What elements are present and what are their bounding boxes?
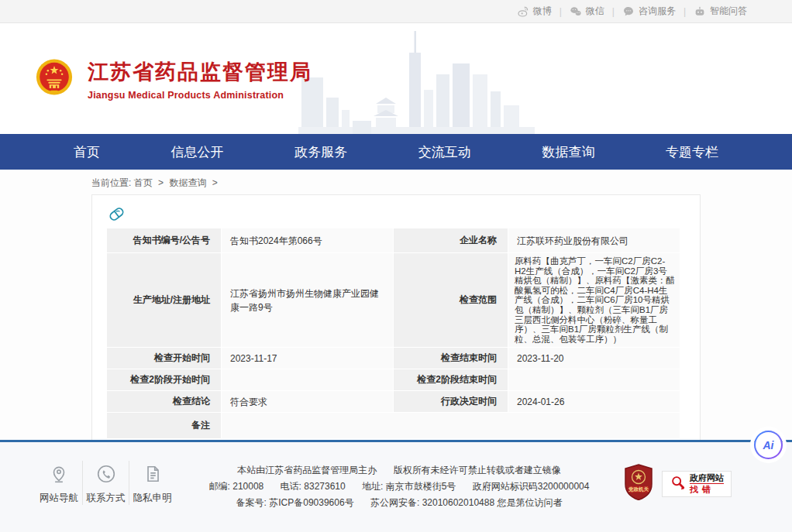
site-header: 江苏省药品监督管理局 Jiangsu Medical Products Admi… [0,23,792,134]
field-label-notice-number: 告知书编号/公告号 [107,228,222,253]
breadcrumb: 当前位置: 首页 > 数据查询 > [0,170,792,194]
city-skyline-watermark [298,29,535,134]
footer-copyright-text: 版权所有未经许可禁止转载或者建立镜像 [394,465,561,475]
separator: | [560,6,562,17]
footer-line-3: 备案号: 苏ICP备09039606号 苏公网安备: 3201060201048… [175,495,623,511]
party-government-badge[interactable]: 党政机关 [623,464,654,503]
nav-item-data-query[interactable]: 数据查询 [542,143,594,161]
field-value-phase2-start [222,369,394,391]
topbar-item-label: 微博 [533,5,552,18]
field-label-remarks: 备注 [107,413,222,439]
field-value-end-date: 2023-11-20 [508,348,680,369]
detail-card: 告知书编号/公告号 告知书2024年第066号 企业名称 江苏联环药业股份有限公… [91,194,701,440]
field-value-start-date: 2023-11-17 [222,348,394,369]
page: 微博 | 微信 | 咨询服务 | 智能问答 [0,0,792,532]
footer-link-label: 隐私申明 [131,492,174,505]
table-row: 告知书编号/公告号 告知书2024年第066号 企业名称 江苏联环药业股份有限公… [107,228,680,253]
field-value-decision-date: 2024-01-26 [508,391,680,413]
breadcrumb-separator: > [212,177,218,188]
footer-text: 本站由江苏省药品监督管理局主办 版权所有未经许可禁止转载或者建立镜像 邮编: 2… [175,461,623,511]
topbar-item-weibo[interactable]: 微博 [517,5,552,18]
pill-capsule-icon [106,204,127,228]
nav-item-interaction[interactable]: 交流互动 [418,143,471,161]
brand-text: 江苏省药品监督管理局 Jiangsu Medical Products Admi… [88,57,312,100]
field-value-phase2-end [508,369,680,391]
footer-security-number: 苏公网安备: 32010602010488 您是第位访问者 [370,497,562,508]
footer-host-text: 本站由江苏省药品监督管理局主办 [237,465,377,475]
phone-icon [84,461,127,484]
robot-icon [694,5,706,18]
field-label-phase2-start: 检查2阶段开始时间 [107,369,222,391]
site-title: 江苏省药品监督管理局 [88,57,312,85]
nav-item-info[interactable]: 信息公开 [171,143,224,161]
topbar-item-label: 智能问答 [710,5,747,18]
separator: | [684,6,686,17]
field-value-notice-number: 告知书2024年第066号 [222,228,394,253]
topbar-item-wechat[interactable]: 微信 [570,5,604,18]
footer-link-contact[interactable]: 联系方式 [82,461,129,505]
footer-link-privacy[interactable]: 隐私申明 [129,461,175,505]
svg-text:党政机关: 党政机关 [628,486,649,493]
topbar-item-label: 微信 [586,5,604,18]
site-footer: Ai 网站导航 [0,440,792,532]
breadcrumb-prefix: 当前位置: [91,177,131,188]
footer-phone: 电话: 83273610 [281,481,346,492]
field-value-inspection-scope: 原料药【曲克芦丁，一车间C2厂房C2-H2生产线（合成），一车间C2厂房3号精烘… [508,253,680,348]
breadcrumb-link-home[interactable]: 首页 [134,177,153,188]
topbar-item-consult[interactable]: 咨询服务 [622,5,676,18]
field-label-end-date: 检查结束时间 [394,348,508,369]
footer-line-1: 本站由江苏省药品监督管理局主办 版权所有未经许可禁止转载或者建立镜像 [175,462,623,479]
footer-link-label: 网站导航 [37,492,81,505]
site-subtitle: Jiangsu Medical Products Administration [88,89,312,100]
nav-item-services[interactable]: 政务服务 [294,143,347,161]
topbar-item-qa[interactable]: 智能问答 [694,5,747,18]
field-label-inspection-scope: 检查范围 [394,253,508,348]
field-label-conclusion: 检查结论 [107,391,222,413]
footer-postcode: 邮编: 210008 [209,481,264,492]
field-value-conclusion: 符合要求 [222,391,394,413]
field-label-decision-date: 行政决定时间 [394,391,508,413]
field-value-remarks [222,413,680,439]
map-pin-icon [37,461,81,484]
main-content: 当前位置: 首页 > 数据查询 > [0,170,792,440]
weibo-icon [517,5,529,18]
footer-links: 网站导航 联系方式 [36,461,175,505]
find-error-bottom-label: 找错 [690,483,724,494]
footer-icp-number: 备案号: 苏ICP备09039606号 [236,497,354,508]
find-error-badge[interactable]: 政府网站 找错 [662,471,732,497]
field-value-company-name: 江苏联环药业股份有限公司 [508,228,680,253]
national-emblem-logo [35,58,74,100]
table-row: 检查开始时间 2023-11-17 检查结束时间 2023-11-20 [107,348,680,369]
card-header [106,203,683,228]
separator: | [612,6,615,17]
footer-site-id: 政府网站标识码3200000004 [473,481,590,492]
ai-assistant-button[interactable]: Ai [754,431,783,459]
footer-line-2: 邮编: 210008 电话: 83273610 地址: 南京市鼓楼街5号 政府网… [175,479,623,495]
field-label-phase2-end: 检查2阶段结束时间 [394,369,508,391]
footer-address: 地址: 南京市鼓楼街5号 [362,481,456,492]
inspection-detail-table: 告知书编号/公告号 告知书2024年第066号 企业名称 江苏联环药业股份有限公… [106,228,680,439]
table-row: 备注 [107,413,680,439]
nav-item-home[interactable]: 首页 [74,143,100,161]
topbar: 微博 | 微信 | 咨询服务 | 智能问答 [0,0,792,23]
find-error-top-label: 政府网站 [690,473,724,482]
footer-link-sitemap[interactable]: 网站导航 [36,461,82,505]
brand: 江苏省药品监督管理局 Jiangsu Medical Products Admi… [35,57,312,100]
magnifier-icon [670,474,687,494]
nav-item-topics[interactable]: 专题专栏 [666,143,718,161]
table-row: 检查2阶段开始时间 检查2阶段结束时间 [107,369,680,391]
field-label-address: 生产地址/注册地址 [107,253,222,348]
main-nav: 首页 信息公开 政务服务 交流互动 数据查询 专题专栏 [0,134,792,170]
field-label-start-date: 检查开始时间 [107,348,222,369]
chat-bubble-icon [622,5,635,18]
topbar-item-label: 咨询服务 [639,5,676,18]
document-icon [131,461,174,484]
wechat-icon [570,5,582,18]
field-label-company-name: 企业名称 [394,228,508,253]
footer-badges: 党政机关 政府网站 找错 [623,464,732,503]
breadcrumb-separator: > [158,177,164,188]
table-row: 生产地址/注册地址 江苏省扬州市扬州生物健康产业园健康一路9号 检查范围 原料药… [107,253,680,348]
field-value-address: 江苏省扬州市扬州生物健康产业园健康一路9号 [222,253,394,348]
breadcrumb-link-data-query[interactable]: 数据查询 [169,177,206,188]
footer-inner: 网站导航 联系方式 [0,442,792,511]
